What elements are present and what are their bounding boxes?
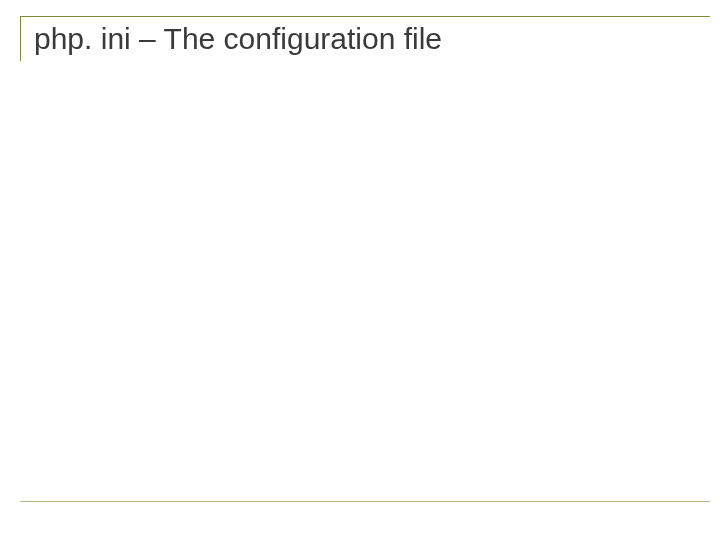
title-rule-top: [20, 16, 710, 17]
slide-title: php. ini – The configuration file: [34, 22, 700, 56]
title-rule-left: [20, 16, 21, 61]
slide: php. ini – The configuration file: [0, 0, 720, 540]
title-block: php. ini – The configuration file: [20, 16, 700, 64]
bottom-rule: [20, 501, 710, 502]
